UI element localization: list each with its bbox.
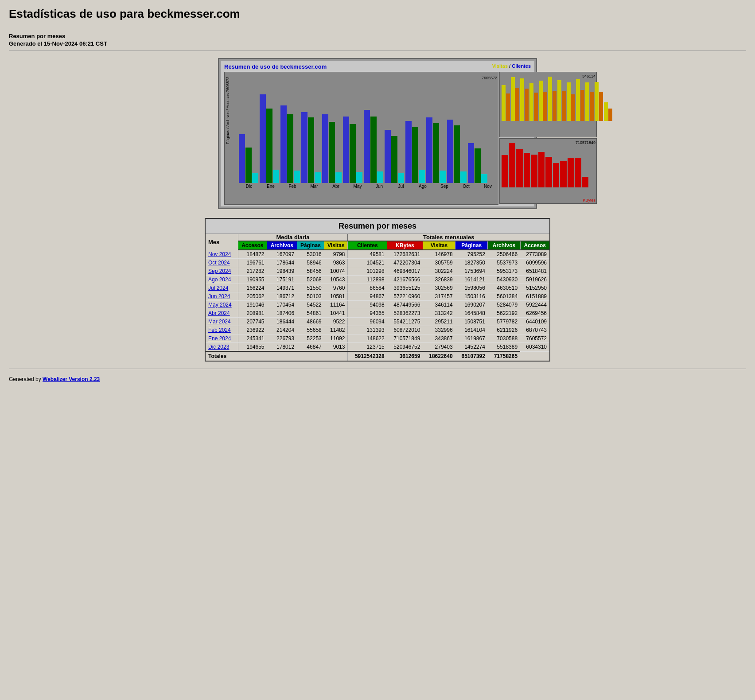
table-row: Oct 2024 196761 178644 58946 9863 104521… [205,259,550,267]
cell-kbytes: 608722010 [387,326,423,334]
cell-archivos: 187406 [267,309,297,318]
x-label-jun: Jun [369,184,389,189]
cell-visitas2: 332996 [423,326,455,334]
bar-blue-abr [322,114,328,183]
cell-archivos2: 6211926 [488,326,520,334]
cell-archivos: 167097 [267,250,297,259]
mes-link[interactable]: Mar 2024 [208,319,231,325]
th-accesos2: Accesos [520,241,550,250]
mes-link[interactable]: Abr 2024 [208,310,230,316]
mes-link[interactable]: Ene 2024 [208,335,231,342]
bar-green-dic [245,148,252,183]
mes-link[interactable]: Ago 2024 [208,276,231,283]
table-row: Ene 2024 245341 226793 52253 11092 14862… [205,334,550,343]
rbar-yellow-jun [557,80,561,121]
rbar-yellow-may [548,77,552,121]
cell-paginas: 52253 [297,334,324,343]
bar-green-oct [454,125,460,183]
cell-paginas2: 1614121 [455,276,488,284]
kbytes-label: KBytes [583,198,595,202]
cell-mes: Mar 2024 [205,318,238,326]
bar-green-may [350,124,356,183]
bar-cyan-mar [315,172,321,183]
cell-paginas2: 1598056 [455,284,488,292]
table-row: Abr 2024 208981 187406 54861 10441 94365… [205,309,550,318]
cell-visitas: 10074 [324,267,348,276]
rbar-red-jun [545,157,552,187]
cell-archivos: 186712 [267,292,297,301]
right-bar-dic [502,85,510,121]
mes-link[interactable]: Jul 2024 [208,285,228,291]
cell-mes: Nov 2024 [205,250,238,259]
footer-text: Generated by [9,376,43,382]
th-visitas: Visitas [324,241,348,250]
y-value-top: 7605572 [482,76,497,80]
bar-green-jun [370,117,377,183]
table-row: Nov 2024 184872 167097 53016 9798 49581 … [205,250,550,259]
bar-cyan-sep [440,171,446,183]
bar-blue-sep [426,117,432,183]
totals-accesos2: 71758265 [488,351,520,361]
stats-table: Resumen por meses Mes Media diaria Total… [205,218,550,362]
cell-accesos2: 6870743 [520,326,550,334]
mes-link[interactable]: Sep 2024 [208,268,231,274]
mes-link[interactable]: Nov 2024 [208,251,231,257]
cell-kbytes: 528362273 [387,309,423,318]
cell-clientes: 94098 [348,301,387,309]
mes-link[interactable]: Dic 2023 [208,344,229,350]
rbar-orange-jul [571,94,575,121]
main-bars [225,72,498,183]
cell-visitas2: 326839 [423,276,455,284]
cell-archivos: 178012 [267,343,297,352]
th-accesos: Accesos [238,241,267,250]
x-labels-main: Dic Ene Feb Mar Abr May Jun Jul Ago Sep … [225,184,498,191]
bar-blue-ago [405,121,412,183]
cell-accesos2: 5922444 [520,301,550,309]
cell-mes: Sep 2024 [205,267,238,276]
x-label-ago: Ago [413,184,433,189]
cell-clientes: 96094 [348,318,387,326]
footer-divider [9,369,746,369]
cell-archivos2: 5284079 [488,301,520,309]
mes-link[interactable]: Oct 2024 [208,260,230,266]
x-label-nov: Nov [478,184,498,189]
cell-paginas: 48669 [297,318,324,326]
cell-mes: Dic 2023 [205,343,238,352]
right-top-y-value: 346114 [582,74,595,78]
rbar-red-dic [502,155,508,187]
cell-paginas: 46847 [297,343,324,352]
cell-visitas2: 305759 [423,259,455,267]
cell-accesos: 191046 [238,301,267,309]
bar-group-ago [405,121,425,183]
footer-link[interactable]: Webalizer Version 2.23 [43,376,100,382]
cell-paginas2: 1827350 [455,259,488,267]
cell-clientes: 49581 [348,250,387,259]
cell-paginas2: 1645848 [455,309,488,318]
cell-paginas: 53016 [297,250,324,259]
bar-green-abr [329,122,335,183]
bar-cyan-dic [252,173,258,183]
cell-clientes: 94867 [348,292,387,301]
bar-group-ene [260,94,279,183]
mes-link[interactable]: May 2024 [208,302,232,308]
cell-kbytes: 472207304 [387,259,423,267]
cell-archivos2: 5537973 [488,259,520,267]
mes-link[interactable]: Jun 2024 [208,293,230,299]
rbar-red-feb [516,149,523,187]
right-bar-ene [511,77,519,121]
cell-accesos: 166224 [238,284,267,292]
mes-link[interactable]: Feb 2024 [208,327,231,333]
cell-archivos2: 5430930 [488,276,520,284]
bar-green-sep [433,123,439,183]
chart-wrapper: Resumen de uso de beckmesser.com Visitas… [218,58,537,209]
cell-paginas: 50103 [297,292,324,301]
x-label-may: May [347,184,368,189]
table-row: Jun 2024 205062 186712 50103 10581 94867… [205,292,550,301]
th-paginas2: Páginas [455,241,488,250]
cell-clientes: 86584 [348,284,387,292]
cell-mes: Abr 2024 [205,309,238,318]
right-bar-mar [529,83,538,121]
bar-blue-mar [301,112,307,183]
cell-accesos2: 6099596 [520,259,550,267]
cell-accesos: 194655 [238,343,267,352]
